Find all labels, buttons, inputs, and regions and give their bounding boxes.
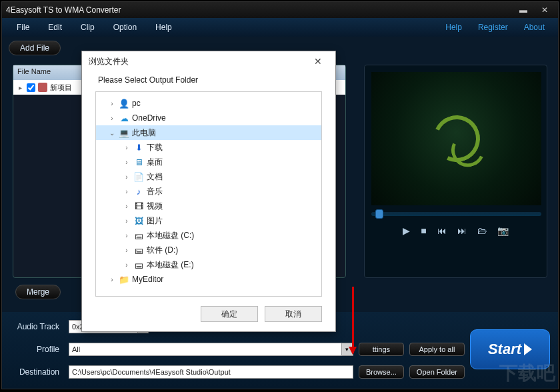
minimize-button[interactable]: ▬: [514, 5, 533, 15]
tree-label: 视频: [147, 201, 163, 212]
audio-track-label: Audio Track: [10, 322, 63, 331]
tree-label: 文档: [147, 171, 163, 183]
tree-label: 桌面: [147, 157, 163, 168]
preview-panel: ▶ ■ ⏮ ⏭ 🗁 📷: [364, 65, 547, 278]
play-icon[interactable]: ▶: [403, 225, 410, 236]
snapshot-icon[interactable]: 📷: [497, 225, 509, 236]
file-checkbox[interactable]: [27, 83, 35, 92]
menu-help[interactable]: Help: [146, 20, 181, 35]
settings-button[interactable]: ttings: [359, 343, 404, 356]
seek-thumb[interactable]: [375, 209, 383, 219]
dialog-button-row: 确定 取消: [82, 297, 335, 331]
prev-icon[interactable]: ⏮: [437, 225, 447, 236]
browse-button[interactable]: Browse...: [359, 365, 404, 379]
destination-label: Destination: [10, 367, 63, 377]
annotation-arrow-icon: [352, 287, 354, 353]
tree-label: 本地磁盘 (C:): [147, 230, 194, 241]
menu-option[interactable]: Option: [104, 20, 146, 35]
disk-icon: 🖴: [133, 259, 144, 270]
user-icon: 👤: [119, 98, 129, 109]
expand-icon[interactable]: ▸: [16, 84, 24, 91]
tree-node-documents[interactable]: ›📄文档: [96, 169, 321, 184]
close-button[interactable]: ✕: [535, 5, 554, 15]
open-folder-button[interactable]: Open Folder: [409, 365, 465, 379]
dialog-cancel-button[interactable]: 取消: [265, 306, 322, 322]
onedrive-icon: ☁: [119, 113, 129, 123]
dialog-title-text: 浏览文件夹: [89, 56, 129, 67]
tree-node-desktop[interactable]: ›🖥桌面: [96, 155, 321, 169]
seek-slider[interactable]: [371, 212, 541, 216]
tree-node-onedrive[interactable]: ›☁OneDrive: [96, 111, 321, 125]
destination-field[interactable]: [69, 365, 353, 379]
brand-logo-icon: [427, 109, 487, 169]
tree-node-thispc[interactable]: ⌄💻此电脑: [96, 125, 321, 140]
link-register[interactable]: Register: [470, 20, 516, 35]
music-icon: ♪: [133, 186, 144, 197]
tree-label: MyEditor: [132, 275, 163, 284]
disk-icon: 🖴: [133, 245, 144, 255]
tree-node-downloads[interactable]: ›⬇下载: [96, 140, 321, 155]
tree-node-pictures[interactable]: ›🖼图片: [96, 213, 321, 228]
tree-node-disk-d[interactable]: ›🖴软件 (D:): [96, 243, 321, 257]
video-icon: 🎞: [133, 201, 144, 211]
play-triangle-icon: [524, 343, 532, 355]
menubar: File Edit Clip Option Help Help Register…: [2, 18, 558, 37]
tree-label: OneDrive: [132, 113, 166, 123]
menu-clip[interactable]: Clip: [71, 20, 104, 35]
dialog-ok-button[interactable]: 确定: [201, 306, 258, 322]
next-icon[interactable]: ⏭: [457, 225, 467, 236]
profile-field[interactable]: [69, 343, 342, 356]
stop-icon[interactable]: ■: [421, 225, 426, 236]
tree-label: 本地磁盘 (E:): [147, 259, 194, 271]
tree-node-disk-c[interactable]: ›🖴本地磁盘 (C:): [96, 228, 321, 243]
add-file-button[interactable]: Add File: [9, 41, 61, 55]
documents-icon: 📄: [133, 171, 144, 182]
link-help[interactable]: Help: [437, 20, 470, 35]
dialog-close-button[interactable]: ✕: [307, 51, 329, 71]
downloads-icon: ⬇: [133, 142, 144, 153]
app-title: 4Easysoft TS to WMA Converter: [6, 5, 121, 15]
link-about[interactable]: About: [516, 20, 553, 35]
tree-node-music[interactable]: ›♪音乐: [96, 184, 321, 199]
folder-tree[interactable]: ›👤pc ›☁OneDrive ⌄💻此电脑 ›⬇下载 ›🖥桌面 ›📄文档 ›♪音…: [95, 91, 322, 297]
file-name-label: 新项目: [50, 83, 72, 93]
preview-screen: [371, 72, 541, 205]
menu-edit[interactable]: Edit: [39, 20, 71, 35]
browse-folder-dialog: 浏览文件夹 ✕ Please Select Output Folder ›👤pc…: [81, 51, 336, 332]
tree-node-myeditor[interactable]: ›📁MyEditor: [96, 272, 321, 287]
watermark: 下载吧: [499, 361, 555, 386]
tree-node-videos[interactable]: ›🎞视频: [96, 199, 321, 213]
apply-all-button[interactable]: Apply to all: [409, 343, 465, 356]
menu-file[interactable]: File: [7, 20, 39, 35]
dialog-titlebar: 浏览文件夹 ✕: [82, 51, 335, 71]
titlebar: 4Easysoft TS to WMA Converter ▬ ✕: [2, 2, 558, 18]
tree-node-disk-e[interactable]: ›🖴本地磁盘 (E:): [96, 257, 321, 272]
tree-label: 图片: [147, 215, 163, 227]
player-controls: ▶ ■ ⏮ ⏭ 🗁 📷: [365, 225, 547, 236]
profile-label: Profile: [10, 345, 63, 354]
dialog-subtitle: Please Select Output Folder: [82, 71, 335, 91]
tree-label: 音乐: [147, 186, 163, 197]
pictures-icon: 🖼: [133, 215, 144, 226]
open-file-icon[interactable]: 🗁: [477, 225, 487, 236]
this-pc-icon: 💻: [119, 127, 129, 138]
file-type-icon: [38, 83, 47, 92]
merge-button[interactable]: Merge: [15, 285, 61, 299]
tree-label: pc: [132, 99, 141, 108]
tree-label: 此电脑: [132, 127, 156, 139]
disk-icon: 🖴: [133, 230, 144, 241]
tree-node-user[interactable]: ›👤pc: [96, 96, 321, 111]
folder-icon: 📁: [119, 274, 129, 285]
desktop-icon: 🖥: [133, 157, 144, 167]
tree-label: 下载: [147, 142, 163, 153]
start-label: Start: [488, 341, 521, 358]
tree-label: 软件 (D:): [147, 245, 178, 256]
